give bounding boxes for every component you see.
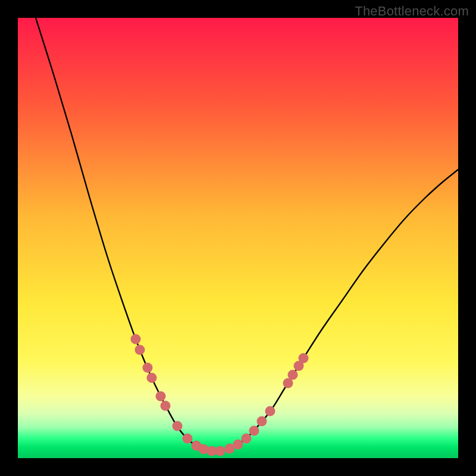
curve-marker — [183, 434, 193, 444]
curve-marker — [161, 401, 171, 411]
curve-marker — [249, 426, 259, 436]
curve-marker — [299, 353, 309, 364]
curve-marker — [143, 363, 153, 373]
chart-curve-layer — [18, 18, 458, 458]
curve-marker — [147, 373, 157, 383]
curve-marker — [215, 446, 226, 456]
bottleneck-curve — [36, 18, 458, 452]
chart-frame — [18, 18, 458, 458]
curve-marker — [199, 444, 209, 455]
watermark-text: TheBottleneck.com — [355, 4, 469, 19]
curve-marker — [257, 416, 267, 427]
curve-marker — [135, 345, 145, 355]
curve-marker — [288, 370, 298, 380]
curve-marker — [233, 440, 243, 450]
curve-marker — [173, 421, 183, 431]
curve-marker — [265, 406, 275, 416]
curve-marker — [131, 334, 141, 345]
curve-markers — [131, 334, 309, 456]
curve-marker — [242, 434, 252, 444]
curve-marker — [156, 392, 166, 402]
